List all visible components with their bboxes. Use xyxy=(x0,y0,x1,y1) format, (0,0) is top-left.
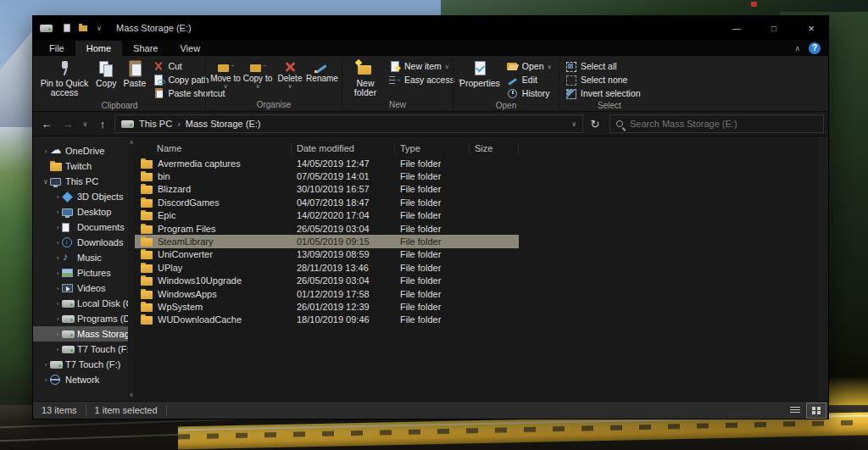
file-name-cell: WpSystem xyxy=(135,302,292,312)
expander-chevron[interactable]: › xyxy=(42,361,50,369)
minimize-button[interactable]: — xyxy=(720,16,754,40)
sidebar-item-icon xyxy=(62,208,77,216)
new-folder-button[interactable]: New folder xyxy=(345,58,386,97)
sidebar-item[interactable]: › Pictures xyxy=(33,265,128,281)
expander-chevron[interactable]: › xyxy=(42,147,50,155)
column-header-name[interactable]: Name xyxy=(135,142,292,154)
maximize-button[interactable]: □ xyxy=(757,16,791,40)
file-row[interactable]: SteamLibrary 01/05/2019 09:15 File folde… xyxy=(135,235,519,247)
tab-file[interactable]: File xyxy=(38,41,75,56)
expander-chevron[interactable]: › xyxy=(53,285,62,292)
file-row[interactable]: WpSystem 26/01/2019 12:39 File folder xyxy=(135,300,519,313)
close-button[interactable]: × xyxy=(794,16,828,40)
scroll-up-arrow[interactable]: ∧ xyxy=(129,139,133,146)
file-row[interactable]: WUDownloadCache 18/10/2019 09:46 File fo… xyxy=(135,314,519,326)
expander-chevron[interactable]: › xyxy=(53,331,62,338)
copy-to-button[interactable]: Copy to ∨ xyxy=(242,58,274,89)
sidebar-item[interactable]: › Programs (D:) xyxy=(33,311,128,326)
vertical-scrollbar[interactable] xyxy=(818,136,828,401)
expander-chevron[interactable]: ∨ xyxy=(42,178,50,186)
qat-new-folder-button[interactable] xyxy=(76,21,90,35)
file-row[interactable]: Windows10Upgrade 26/05/2019 03:04 File f… xyxy=(135,275,519,287)
qat-customize-chevron[interactable]: ∨ xyxy=(92,21,106,35)
expander-chevron[interactable]: › xyxy=(53,315,62,323)
thumbnail-view-icon xyxy=(812,407,815,410)
collapse-ribbon-chevron[interactable]: ∧ xyxy=(794,44,800,53)
expander-chevron[interactable]: › xyxy=(53,346,62,353)
forward-button[interactable]: → xyxy=(58,118,77,131)
sidebar-item[interactable]: › Mass Storage (E:) xyxy=(33,326,128,342)
paste-button[interactable]: Paste xyxy=(120,58,150,88)
thumbnail-view-button[interactable] xyxy=(807,403,826,418)
up-button[interactable]: ↑ xyxy=(93,118,112,131)
sidebar-item[interactable]: ∨ This PC xyxy=(33,174,128,189)
select-none-button[interactable]: Select none xyxy=(562,73,644,86)
search-box[interactable] xyxy=(609,114,824,133)
file-row[interactable]: UPlay 28/11/2019 13:46 File folder xyxy=(135,261,519,274)
file-name: bin xyxy=(158,171,170,181)
column-header-size[interactable]: Size xyxy=(470,142,519,154)
file-row[interactable]: Epic 14/02/2020 17:04 File folder xyxy=(135,209,519,222)
column-header-date-modified[interactable]: Date modified xyxy=(292,142,395,154)
tab-home[interactable]: Home xyxy=(75,41,122,56)
ribbon-group-organise: Move to ∨ Copy to ∨ Delete ∨ Rename xyxy=(207,57,341,111)
rename-button[interactable]: Rename xyxy=(306,58,338,83)
sidebar-item[interactable]: › Local Disk (C:) xyxy=(33,296,128,311)
sidebar-item[interactable]: › Downloads xyxy=(33,235,128,250)
qat-properties-button[interactable] xyxy=(60,21,74,35)
sidebar-item[interactable]: › T7 Touch (F:) xyxy=(33,342,128,357)
file-row[interactable]: Avermedia captures 14/05/2019 12:47 File… xyxy=(135,157,519,169)
recent-locations-chevron[interactable]: ∨ xyxy=(80,120,91,128)
refresh-button[interactable]: ↻ xyxy=(586,118,604,131)
invert-selection-button[interactable]: Invert selection xyxy=(562,86,644,100)
tab-view[interactable]: View xyxy=(169,41,211,56)
tab-share[interactable]: Share xyxy=(122,41,169,56)
help-button[interactable]: ? xyxy=(809,42,821,54)
folder-icon xyxy=(141,277,153,286)
properties-button[interactable]: Properties xyxy=(456,58,504,88)
sidebar-item[interactable]: › Music xyxy=(33,250,128,265)
sidebar-item[interactable]: › Videos xyxy=(33,281,128,296)
file-row[interactable]: WindowsApps 01/12/2019 17:58 File folder xyxy=(135,287,519,300)
open-button[interactable]: Open ∨ xyxy=(504,59,555,73)
expander-chevron[interactable]: › xyxy=(53,254,62,262)
file-row[interactable]: Blizzard 30/10/2019 16:57 File folder xyxy=(135,183,519,196)
details-view-button[interactable] xyxy=(786,403,804,418)
file-row[interactable]: bin 07/05/2019 14:01 File folder xyxy=(135,169,519,182)
expander-chevron[interactable]: › xyxy=(53,300,62,308)
breadcrumb-chevron-icon[interactable]: › xyxy=(177,119,181,129)
file-row[interactable]: UniConverter 13/09/2019 08:59 File folde… xyxy=(135,248,519,261)
sidebar-item[interactable]: › Desktop xyxy=(33,204,128,219)
file-row[interactable]: DiscordGames 04/07/2019 18:47 File folde… xyxy=(135,196,519,208)
copy-button[interactable]: Copy xyxy=(92,58,120,88)
edit-button[interactable]: Edit xyxy=(504,73,555,86)
expander-chevron[interactable]: › xyxy=(42,376,50,384)
expander-chevron[interactable]: › xyxy=(53,269,62,277)
history-button[interactable]: History xyxy=(504,86,555,100)
breadcrumb-this-pc[interactable]: This PC xyxy=(139,119,172,129)
breadcrumb-current[interactable]: Mass Storage (E:) xyxy=(186,119,261,129)
sidebar-item[interactable]: › Network xyxy=(33,372,128,387)
delete-dropdown-chevron: ∨ xyxy=(287,83,292,89)
delete-button[interactable]: Delete ∨ xyxy=(274,58,306,89)
expander-chevron[interactable]: › xyxy=(53,224,62,231)
expander-chevron[interactable]: › xyxy=(53,208,62,216)
sidebar-item[interactable]: › 3D Objects xyxy=(33,189,128,204)
expander-chevron[interactable]: › xyxy=(53,239,62,247)
search-input[interactable] xyxy=(628,118,817,130)
sidebar-item[interactable]: › T7 Touch (F:) xyxy=(33,357,128,372)
select-all-button[interactable]: Select all xyxy=(562,59,644,73)
expander-chevron[interactable]: › xyxy=(53,193,62,201)
scroll-down-arrow[interactable]: ∨ xyxy=(129,392,133,398)
breadcrumb[interactable]: This PC › Mass Storage (E:) ∨ xyxy=(114,114,583,133)
back-button[interactable]: ← xyxy=(37,118,56,131)
sidebar-item[interactable]: › OneDrive xyxy=(33,143,128,158)
move-to-button[interactable]: Move to ∨ xyxy=(209,58,242,89)
address-dropdown-chevron[interactable]: ∨ xyxy=(571,120,576,128)
pin-to-quick-access-button[interactable]: Pin to Quick access xyxy=(36,58,92,97)
sidebar-item[interactable]: › Documents xyxy=(33,219,128,235)
sidebar-item[interactable]: Twitch xyxy=(33,158,128,174)
column-header-type[interactable]: Type xyxy=(395,142,470,154)
file-row[interactable]: Program Files 26/05/2019 03:04 File fold… xyxy=(135,222,519,235)
navigation-pane-scrollbar[interactable]: ∧ ∨ xyxy=(128,136,135,401)
